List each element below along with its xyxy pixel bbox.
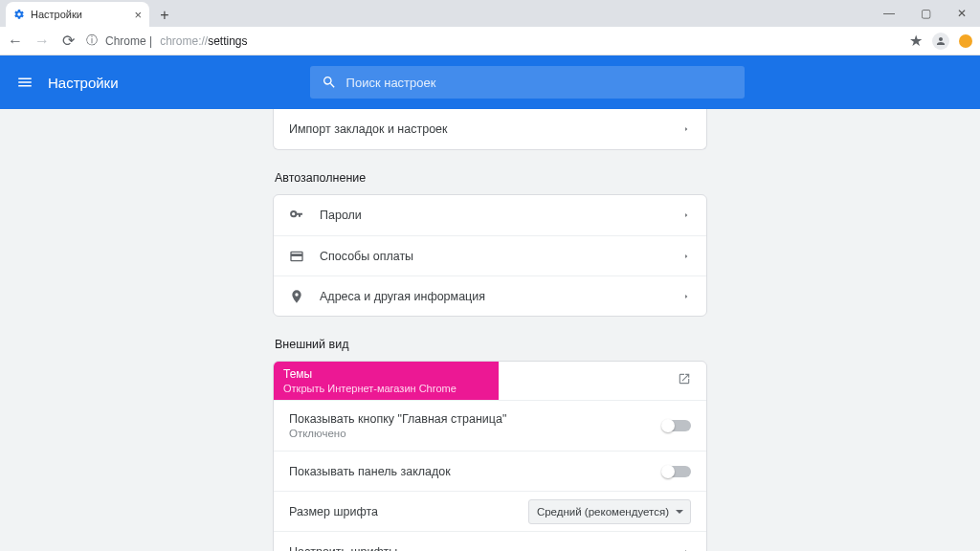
- tab-title: Настройки: [31, 9, 82, 20]
- credit-card-icon: [289, 249, 320, 264]
- import-bookmarks-row[interactable]: Импорт закладок и настроек: [274, 109, 706, 149]
- page-title: Настройки: [48, 75, 119, 91]
- font-size-select[interactable]: Средний (рекомендуется): [528, 499, 691, 524]
- notification-badge[interactable]: [959, 34, 972, 48]
- profile-button[interactable]: [932, 33, 949, 50]
- address-bar: ← → ⟳ ⓘ Chrome | chrome://settings ★: [0, 27, 980, 55]
- row-label: Адреса и другая информация: [320, 290, 485, 303]
- maximize-button[interactable]: ▢: [907, 0, 944, 27]
- tab-strip: Настройки × + — ▢ ✕: [0, 0, 980, 27]
- row-label: Темы: [283, 367, 489, 381]
- autofill-card: Пароли Способы оплаты Адреса и другая ин…: [273, 194, 707, 317]
- settings-header: Настройки: [0, 55, 980, 109]
- search-icon: [322, 75, 337, 90]
- row-label: Настроить шрифты: [289, 545, 397, 552]
- location-icon: [289, 289, 320, 304]
- customize-fonts-row[interactable]: Настроить шрифты: [274, 531, 706, 551]
- chevron-right-icon: [681, 121, 691, 138]
- toggle-off[interactable]: [662, 420, 691, 431]
- search-input[interactable]: [346, 76, 733, 90]
- row-label: Способы оплаты: [320, 250, 413, 263]
- row-sublabel: Отключено: [289, 428, 506, 439]
- window-controls: — ▢ ✕: [871, 0, 980, 27]
- new-tab-button[interactable]: +: [153, 4, 176, 27]
- font-size-row: Размер шрифта Средний (рекомендуется): [274, 491, 706, 531]
- url-scheme: chrome://settings: [160, 34, 247, 48]
- settings-search[interactable]: [310, 66, 745, 99]
- row-label: Показывать кнопку "Главная страница": [289, 412, 506, 426]
- settings-viewport[interactable]: Импорт закладок и настроек Автозаполнени…: [0, 109, 980, 551]
- toggle-off[interactable]: [662, 466, 691, 477]
- section-title-appearance: Внешний вид: [275, 338, 707, 351]
- menu-button[interactable]: [13, 74, 36, 91]
- open-external-icon[interactable]: [678, 372, 691, 389]
- close-icon[interactable]: ×: [134, 8, 142, 22]
- chevron-right-icon: [681, 248, 691, 265]
- row-label: Пароли: [320, 209, 362, 222]
- reload-button[interactable]: ⟳: [61, 32, 75, 50]
- bookmark-star-icon[interactable]: ★: [909, 32, 923, 50]
- minimize-button[interactable]: —: [871, 0, 907, 27]
- chevron-right-icon: [681, 543, 691, 552]
- addresses-row[interactable]: Адреса и другая информация: [274, 276, 706, 316]
- passwords-row[interactable]: Пароли: [274, 195, 706, 235]
- select-value: Средний (рекомендуется): [537, 506, 669, 518]
- show-bookmarks-bar-row[interactable]: Показывать панель закладок: [274, 451, 706, 491]
- url-host: Chrome |: [105, 34, 152, 48]
- row-label: Размер шрифта: [289, 505, 378, 518]
- key-icon: [289, 208, 320, 223]
- show-home-button-row[interactable]: Показывать кнопку "Главная страница" Отк…: [274, 401, 706, 451]
- browser-tab[interactable]: Настройки ×: [6, 2, 149, 27]
- themes-row[interactable]: Темы Открыть Интернет-магазин Chrome: [274, 362, 499, 400]
- chevron-right-icon: [681, 207, 691, 224]
- row-sublabel: Открыть Интернет-магазин Chrome: [283, 383, 489, 394]
- gear-icon: [13, 9, 25, 20]
- appearance-card: Темы Открыть Интернет-магазин Chrome Пок…: [273, 361, 707, 551]
- omnibox[interactable]: ⓘ Chrome | chrome://settings: [86, 33, 898, 49]
- back-button[interactable]: ←: [8, 33, 21, 50]
- section-title-autofill: Автозаполнение: [275, 171, 707, 185]
- row-label: Импорт закладок и настроек: [289, 122, 448, 136]
- chevron-right-icon: [681, 288, 691, 305]
- row-label: Показывать панель закладок: [289, 465, 451, 478]
- close-window-button[interactable]: ✕: [944, 0, 980, 27]
- payment-methods-row[interactable]: Способы оплаты: [274, 235, 706, 276]
- site-info-icon[interactable]: ⓘ: [86, 33, 98, 49]
- forward-button[interactable]: →: [34, 33, 48, 50]
- nav-buttons: ← → ⟳: [8, 32, 75, 50]
